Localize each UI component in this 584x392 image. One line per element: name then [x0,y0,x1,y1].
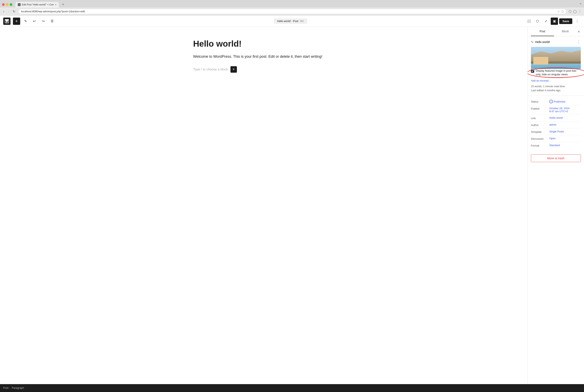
address-bar[interactable]: localhost:8080/wp-admin/post.php?post=1&… [18,9,567,14]
featured-image-checkbox-row: Display featured image in post lists onl… [531,69,581,76]
star-icon[interactable]: ☆ [557,10,560,13]
status-label: Status [531,100,546,103]
command-shortcut: ⌘K [300,20,304,22]
add-block-btn[interactable]: + [13,18,20,25]
move-to-trash-btn[interactable]: Move to trash [531,154,581,162]
traffic-lights [2,3,12,6]
external-preview-btn[interactable]: ⬡ [534,18,541,25]
meta-format-row: Format Standard [531,142,581,149]
published-text: Published [554,100,565,103]
template-value[interactable]: Single Posts [549,130,581,133]
format-value[interactable]: Standard [549,144,581,147]
window-chevron-btn[interactable]: ⌃ [579,2,582,7]
breadcrumb-post[interactable]: Post [3,386,8,390]
editor-content: Hello world! Welcome to WordPress. This … [193,39,334,372]
address-bar-row: ‹ › ↻ localhost:8080/wp-admin/post.php?p… [0,8,584,15]
command-palette-text: Hello world! · Post [277,20,298,22]
meta-discussion-row: Discussion Open [531,135,581,142]
format-label: Format [531,144,546,147]
window-controls: ⌃ [579,2,582,7]
discussion-label: Discussion [531,137,546,140]
sidebar-toggle-btn[interactable]: ▣ [551,18,558,25]
publish-label: Publish [531,107,546,110]
tab-post[interactable]: Post [531,27,554,36]
reload-btn[interactable]: ↻ [12,9,16,14]
wp-logo-svg [5,19,9,24]
pen-icon: ✎ [531,40,534,44]
img-buildings [533,57,548,65]
post-name-row: ✎ Hello world! ⋮ [531,40,581,44]
meta-link-row: Link /hello-world [531,115,581,122]
tab-bar: W Edit Post "Hello world!" < Con × + ⌃ [0,0,584,8]
bottom-bar: Post › Paragraph [0,384,584,392]
meta-author-row: Author admin [531,122,581,128]
tab-block[interactable]: Block [554,27,577,36]
undo-btn[interactable]: ↩ [31,18,38,25]
address-bar-icons: ☆ ⬡ [557,10,564,13]
featured-image[interactable] [531,47,581,69]
document-overview-btn[interactable]: ☰ [48,18,56,25]
add-excerpt-link[interactable]: Add an excerpt... [531,79,551,82]
meta-template-row: Template Single Posts [531,128,581,135]
breadcrumb-paragraph: Paragraph [12,386,24,390]
meta-status-row: Status ✓ Published [531,98,581,105]
tab-favicon: W [18,3,20,6]
block-placeholder-row: Type / to choose a block + [193,66,334,73]
browser-right-icons: ⬡ ◯ ⋮ [569,10,582,13]
featured-image-checkbox-label: Display featured image in post lists onl… [536,69,581,76]
publish-time: 8:47 am UTC+0 [549,110,581,113]
minimize-window-btn[interactable] [6,3,8,6]
new-tab-btn[interactable]: + [60,2,66,8]
post-name-more-btn[interactable]: ⋮ [577,40,581,44]
published-icon: ✓ [549,100,553,103]
url-text: localhost:8080/wp-admin/post.php?post=1&… [21,10,556,13]
profile-icon[interactable]: ◯ [573,10,577,13]
post-name-text: Hello world! [535,40,575,44]
preview-btn[interactable]: ⬜ [525,18,533,25]
options-btn[interactable]: ⋮ [574,18,581,25]
author-label: Author [531,123,546,126]
meta-section: Status ✓ Published Publish October 28, 2… [528,96,584,151]
redo-btn[interactable]: ↪ [39,18,47,25]
post-name-section: ✎ Hello world! ⋮ Display featured image … [528,36,584,96]
wp-main: Hello world! Welcome to WordPress. This … [0,27,584,384]
sidebar-close-btn[interactable]: × [577,28,581,35]
maximize-window-btn[interactable] [10,3,12,6]
editor-area[interactable]: Hello world! Welcome to WordPress. This … [0,27,528,384]
featured-image-checkbox[interactable] [531,70,534,73]
back-btn[interactable]: ‹ [2,9,5,14]
post-sidebar: Post Block × ✎ Hello world! ⋮ [528,27,584,384]
post-last-edited: Last edited 4 months ago. [531,88,581,92]
sidebar-tabs: Post Block × [528,27,584,36]
author-value[interactable]: admin [549,123,581,126]
tab-title: Edit Post "Hello world!" < Con [22,3,54,6]
editor-toolbar: + ✎ ↩ ↪ ☰ Hello world! · Post ⌘K ⬜ ⬡ ⤢ ▣… [0,16,584,27]
breadcrumb-separator: › [10,386,10,390]
publish-value[interactable]: October 28, 2024 8:47 am UTC+0 [549,107,581,113]
template-label: Template [531,130,546,134]
fullscreen-btn[interactable]: ⤢ [542,18,550,25]
post-title[interactable]: Hello world! [193,39,334,49]
svg-marker-1 [5,20,9,23]
post-body[interactable]: Welcome to WordPress. This is your first… [193,54,334,60]
link-label: Link [531,116,546,120]
forward-btn[interactable]: › [7,9,10,14]
status-value[interactable]: ✓ Published [549,100,581,103]
wp-logo [3,18,10,25]
save-btn[interactable]: Save [559,18,572,24]
close-window-btn[interactable] [2,3,5,6]
wp-editor: + ✎ ↩ ↪ ☰ Hello world! · Post ⌘K ⬜ ⬡ ⤢ ▣… [0,16,584,392]
discussion-value[interactable]: Open [549,137,581,140]
browser-chrome: W Edit Post "Hello world!" < Con × + ⌃ ‹… [0,0,584,16]
post-word-count: 15 words, 1 minute read time. [531,84,581,88]
extensions-icon[interactable]: ⬡ [569,10,572,13]
inline-add-block-btn[interactable]: + [230,66,237,73]
link-value[interactable]: /hello-world [549,116,581,119]
active-tab[interactable]: W Edit Post "Hello world!" < Con × [15,2,59,8]
tab-close-btn[interactable]: × [55,3,56,6]
share-icon[interactable]: ⬡ [562,10,564,13]
tools-btn[interactable]: ✎ [22,18,29,25]
command-palette-btn[interactable]: Hello world! · Post ⌘K [274,18,307,24]
menu-icon[interactable]: ⋮ [578,10,582,13]
toolbar-center: Hello world! · Post ⌘K [57,18,524,24]
